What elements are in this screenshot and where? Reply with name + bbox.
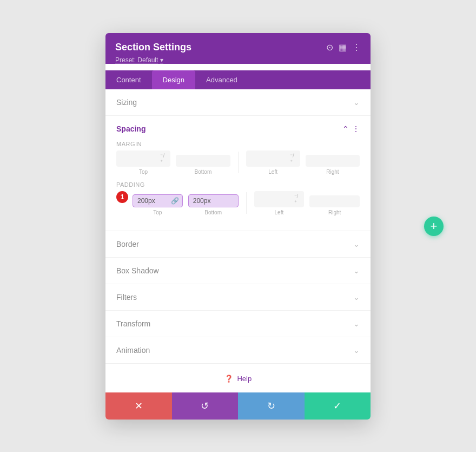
cancel-button[interactable]: ✕ [105,392,172,420]
padding-right-col: Right [309,195,360,215]
panel-footer: ✕ ↺ ↻ ✓ [105,392,371,420]
section-animation-header[interactable]: Animation ⌄ [116,346,360,355]
margin-left-unit[interactable]: ⁻/⁺ [290,153,296,165]
confirm-icon: ✓ [333,400,341,412]
tab-advanced[interactable]: Advanced [195,70,248,89]
panel-header: Section Settings ⊙ ▦ ⋮ Preset: Default ▾ [105,33,371,64]
redo-icon: ↻ [267,400,275,412]
section-sizing-chevron: ⌄ [353,98,360,107]
add-icon: + [431,219,438,233]
columns-icon[interactable]: ▦ [339,42,347,53]
section-transform: Transform ⌄ [105,311,371,337]
link-icon[interactable]: 🔗 [171,197,179,205]
help-row[interactable]: ❓ Help [105,364,371,392]
margin-top-label: Top [139,169,148,175]
padding-bottom-label: Bottom [204,209,222,215]
margin-row: ⁻/⁺ Top Bottom [116,150,360,175]
padding-fields: 🔗 Top Bottom [133,191,360,215]
margin-top-col: ⁻/⁺ Top [116,150,170,175]
section-animation-title: Animation [116,346,150,355]
confirm-button[interactable]: ✓ [305,392,371,420]
margin-left-input-wrap: ⁻/⁺ [246,150,300,167]
padding-bottom-input-wrap [188,194,239,207]
help-label: Help [237,375,252,383]
padding-top-label: Top [153,209,162,215]
undo-button[interactable]: ↺ [172,392,239,420]
section-spacing-title: Spacing [116,125,146,133]
section-border-header[interactable]: Border ⌄ [116,240,360,248]
margin-bottom-input-wrap [176,155,230,167]
section-filters-header[interactable]: Filters ⌄ [116,293,360,302]
padding-top-input-wrap: 🔗 [133,194,183,207]
header-icons: ⊙ ▦ ⋮ [326,42,361,53]
margin-left-label: Left [268,169,277,175]
padding-left-input-wrap: ⁻/⁺ [254,191,305,207]
padding-top-col: 🔗 Top [133,194,183,215]
margin-top-input-wrap: ⁻/⁺ [116,150,170,167]
margin-right-input-wrap [306,155,360,167]
spacing-chevron-up[interactable]: ⌃ [342,125,349,133]
section-border-chevron: ⌄ [353,240,360,248]
spacing-more[interactable]: ⋮ [352,125,360,133]
more-icon[interactable]: ⋮ [352,42,361,53]
section-animation-chevron: ⌄ [353,346,360,355]
section-spacing: Spacing ⌃ ⋮ Margin ⁻/⁺ [105,116,371,231]
section-transform-title: Transform [116,319,150,328]
section-border-title: Border [116,240,139,248]
panel-preset[interactable]: Preset: Default ▾ [115,56,361,64]
padding-right-input-wrap [309,195,360,207]
panel-title: Section Settings [115,42,191,53]
section-filters: Filters ⌄ [105,284,371,311]
section-box-shadow-header[interactable]: Box Shadow ⌄ [116,266,360,275]
padding-row-wrap: 1 🔗 Top [116,191,360,215]
margin-left-input[interactable] [250,155,289,162]
padding-right-label: Right [328,209,341,215]
section-box-shadow-title: Box Shadow [116,266,159,275]
padding-group: Padding 1 🔗 Top [116,181,360,215]
undo-icon: ↺ [201,400,209,412]
section-box-shadow-chevron: ⌄ [353,266,360,275]
section-transform-chevron: ⌄ [353,319,360,328]
tabs: Content Design Advanced [105,70,371,89]
add-button[interactable]: + [424,217,444,236]
margin-left-col: ⁻/⁺ Left [246,150,300,175]
padding-label: Padding [116,181,360,188]
padding-divider [246,192,247,214]
tab-design[interactable]: Design [152,70,195,89]
cancel-icon: ✕ [135,400,143,412]
padding-bottom-input[interactable] [193,197,234,205]
panel-header-top: Section Settings ⊙ ▦ ⋮ [115,42,361,53]
padding-left-input[interactable] [259,195,293,203]
step-badge: 1 [116,191,128,203]
spacing-actions: ⌃ ⋮ [342,125,360,133]
section-sizing-title: Sizing [116,98,137,107]
margin-label: Margin [116,141,360,147]
panel-body: Sizing ⌄ Spacing ⌃ ⋮ Margin [105,89,371,392]
page-wrapper: Section Settings ⊙ ▦ ⋮ Preset: Default ▾… [0,0,476,452]
section-animation: Animation ⌄ [105,337,371,364]
settings-panel: Section Settings ⊙ ▦ ⋮ Preset: Default ▾… [105,33,371,420]
section-border: Border ⌄ [105,231,371,258]
margin-top-unit[interactable]: ⁻/⁺ [160,153,166,165]
tab-content[interactable]: Content [105,70,152,89]
padding-left-unit[interactable]: ⁻/⁺ [294,193,300,205]
section-transform-header[interactable]: Transform ⌄ [116,319,360,328]
section-filters-title: Filters [116,293,137,302]
target-icon[interactable]: ⊙ [326,42,333,53]
help-icon: ❓ [224,375,233,383]
spacing-header: Spacing ⌃ ⋮ [116,125,360,133]
margin-bottom-col: Bottom [176,155,230,175]
padding-bottom-col: Bottom [188,194,239,215]
margin-right-label: Right [326,169,339,175]
margin-top-input[interactable] [121,155,159,162]
section-sizing-header[interactable]: Sizing ⌄ [116,98,360,107]
padding-left-col: ⁻/⁺ Left [254,191,305,215]
redo-button[interactable]: ↻ [238,392,305,420]
margin-right-col: Right [306,155,360,175]
section-filters-chevron: ⌄ [353,293,360,302]
padding-left-label: Left [275,209,284,215]
margin-bottom-input[interactable] [180,157,226,165]
padding-right-input[interactable] [314,198,355,205]
margin-group: Margin ⁻/⁺ Top [116,141,360,175]
margin-right-input[interactable] [310,157,355,165]
